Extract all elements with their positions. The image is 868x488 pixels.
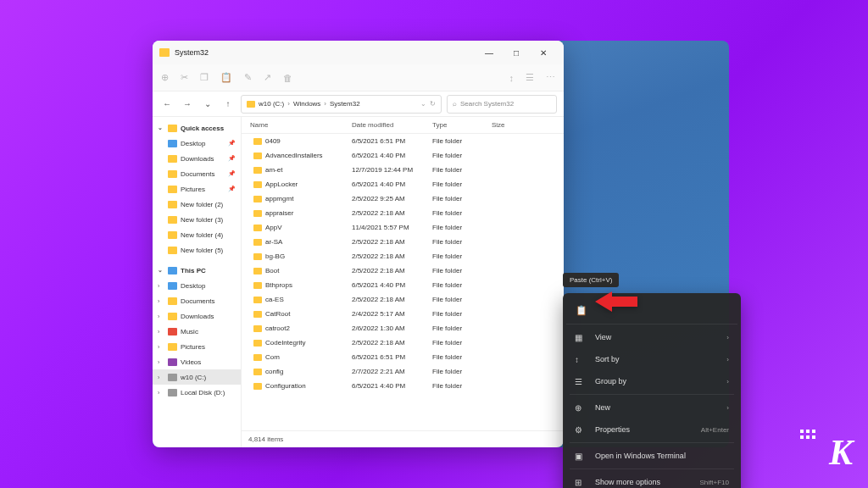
minimize-button[interactable]: — [476,41,503,64]
file-list-pane: Name Date modified Type Size 04096/5/202… [242,117,564,447]
paste-icon[interactable]: 📋 [220,72,232,83]
col-size[interactable]: Size [492,121,526,129]
more-icon: ⊞ [575,478,587,487]
ctx-new[interactable]: ⊕New› [566,396,737,419]
window-title: System32 [175,48,476,57]
address-row: ← → ⌄ ↑ w10 (C:) › Windows › System32 ⌄ … [153,92,564,117]
file-row[interactable]: CatRoot2/4/2022 5:17 AMFile folder [242,307,564,321]
file-row[interactable]: appraiser2/5/2022 2:18 AMFile folder [242,206,564,220]
back-button[interactable]: ← [159,97,175,112]
watermark-logo: K [829,432,853,473]
sidebar-item[interactable]: New folder (5) [153,242,241,258]
crumb-windows[interactable]: Windows [293,100,320,108]
file-row[interactable]: AdvancedInstallers6/5/2021 4:40 PMFile f… [242,148,564,163]
ctx-more[interactable]: ⊞Show more optionsShift+F10 [566,471,737,488]
sort-icon: ↕ [575,355,587,364]
file-row[interactable]: appmgmt2/5/2022 9:25 AMFile folder [242,191,564,206]
drive-icon [247,101,255,108]
file-row[interactable]: Configuration6/5/2021 4:40 PMFile folder [242,379,564,393]
sidebar-item[interactable]: ›Pictures [153,339,241,354]
file-rows: 04096/5/2021 6:51 PMFile folderAdvancedI… [242,134,564,430]
plus-icon: ⊕ [575,403,587,413]
ctx-properties[interactable]: ⚙PropertiesAlt+Enter [566,419,737,441]
rename-icon[interactable]: ✎ [244,72,252,83]
nav-sidebar: ⌄Quick accessDesktop📌Downloads📌Documents… [153,117,242,447]
search-input[interactable]: ⌕ Search System32 [447,95,557,114]
sidebar-item[interactable]: ›Videos [153,354,241,369]
folder-icon [159,48,170,57]
view-icon[interactable]: ☰ [526,72,534,83]
sidebar-item[interactable]: Desktop📌 [153,136,241,151]
sidebar-item[interactable]: ›Desktop [153,278,241,293]
col-name[interactable]: Name [242,121,352,129]
new-button[interactable]: ⊕ [161,72,169,83]
file-row[interactable]: bg-BG2/5/2022 2:18 AMFile folder [242,249,564,263]
file-row[interactable]: am-et12/7/2019 12:44 PMFile folder [242,163,564,177]
titlebar[interactable]: System32 — □ ✕ [153,41,564,64]
file-row[interactable]: CodeIntegrity2/5/2022 2:18 AMFile folder [242,336,564,350]
sidebar-item[interactable]: ›Documents [153,293,241,308]
sidebar-item[interactable]: New folder (2) [153,197,241,212]
ctx-paste-icon[interactable]: 📋 [571,300,592,320]
ctx-view[interactable]: ▦View› [566,326,737,348]
file-row[interactable]: ar-SA2/5/2022 2:18 AMFile folder [242,235,564,249]
maximize-button[interactable]: □ [503,41,530,64]
svg-marker-0 [595,291,637,312]
sidebar-item[interactable]: ›w10 (C:) [153,369,241,385]
file-row[interactable]: ca-ES2/5/2022 2:18 AMFile folder [242,292,564,307]
context-menu: 📋 ▦View› ↕Sort by› ☰Group by› ⊕New› ⚙Pro… [563,293,741,488]
sort-icon[interactable]: ↕ [509,73,515,83]
column-headers[interactable]: Name Date modified Type Size [242,117,564,134]
context-icon-row: 📋 [566,297,737,324]
sidebar-item[interactable]: Documents📌 [153,166,241,181]
ctx-terminal[interactable]: ▣Open in Windows Terminal [566,445,737,467]
ctx-sort[interactable]: ↕Sort by› [566,348,737,370]
file-row[interactable]: catroot22/6/2022 1:30 AMFile folder [242,321,564,336]
terminal-icon: ▣ [575,452,587,461]
crumb-system32[interactable]: System32 [330,100,360,108]
sidebar-item[interactable]: ›Downloads [153,308,241,324]
col-type[interactable]: Type [432,121,492,129]
sidebar-item[interactable]: Pictures📌 [153,181,241,197]
sidebar-item[interactable]: New folder (4) [153,227,241,242]
sidebar-item[interactable]: ›Music [153,324,241,339]
ctx-group[interactable]: ☰Group by› [566,370,737,392]
properties-icon: ⚙ [575,425,587,435]
status-bar: 4,814 items [242,430,564,447]
crumb-drive[interactable]: w10 (C:) [259,100,284,108]
close-button[interactable]: ✕ [530,41,557,64]
col-modified[interactable]: Date modified [352,121,432,129]
grid-icon: ▦ [575,333,587,342]
desktop-wallpaper: System32 — □ ✕ ⊕ ✂ ❐ 📋 ✎ ↗ 🗑 ↕ ☰ ⋯ ← → ⌄… [153,41,729,447]
more-icon[interactable]: ⋯ [546,72,555,83]
sidebar-item[interactable]: ⌄Quick access [153,120,241,136]
up-button[interactable]: ↑ [220,97,236,112]
sidebar-item[interactable]: New folder (3) [153,212,241,227]
file-row[interactable]: Bthprops6/5/2021 4:40 PMFile folder [242,278,564,292]
annotation-arrow [595,290,637,313]
cut-icon[interactable]: ✂ [181,72,188,83]
delete-icon[interactable]: 🗑 [283,73,292,83]
command-toolbar: ⊕ ✂ ❐ 📋 ✎ ↗ 🗑 ↕ ☰ ⋯ [153,64,564,92]
paste-tooltip: Paste (Ctrl+V) [563,273,619,287]
file-row[interactable]: config2/7/2022 2:21 AMFile folder [242,364,564,379]
explorer-window: System32 — □ ✕ ⊕ ✂ ❐ 📋 ✎ ↗ 🗑 ↕ ☰ ⋯ ← → ⌄… [153,41,564,447]
item-count: 4,814 items [248,435,283,443]
copy-icon[interactable]: ❐ [200,72,209,83]
file-row[interactable]: AppLocker6/5/2021 4:40 PMFile folder [242,177,564,191]
sidebar-item[interactable]: Downloads📌 [153,151,241,166]
search-icon: ⌕ [453,100,457,108]
sidebar-item[interactable]: ⌄This PC [153,263,241,278]
file-row[interactable]: Com6/5/2021 6:51 PMFile folder [242,350,564,364]
file-row[interactable]: AppV11/4/2021 5:57 PMFile folder [242,220,564,235]
logo-dots [800,430,815,439]
search-placeholder: Search System32 [460,100,514,108]
file-row[interactable]: Boot2/5/2022 2:18 AMFile folder [242,263,564,278]
file-row[interactable]: 04096/5/2021 6:51 PMFile folder [242,134,564,148]
sidebar-item[interactable]: ›Local Disk (D:) [153,385,241,400]
address-bar[interactable]: w10 (C:) › Windows › System32 ⌄ ↻ [241,95,442,114]
share-icon[interactable]: ↗ [264,72,271,83]
forward-button[interactable]: → [180,97,195,112]
recent-button[interactable]: ⌄ [200,97,215,112]
group-icon: ☰ [575,377,587,386]
